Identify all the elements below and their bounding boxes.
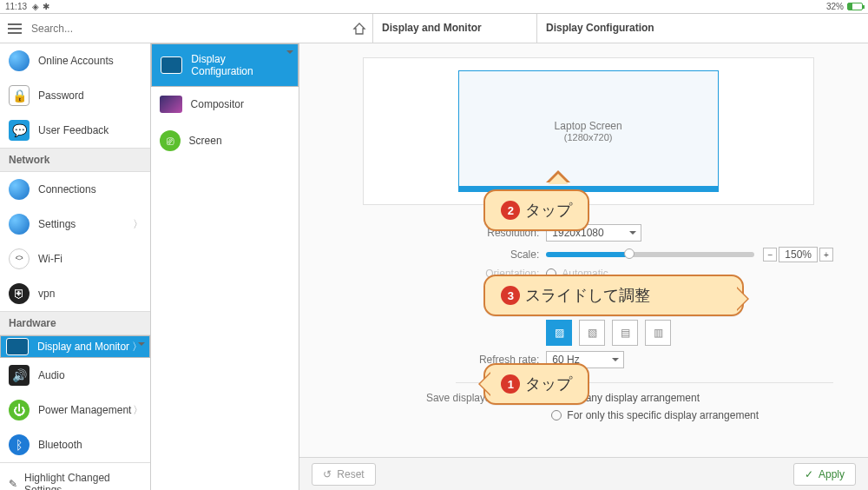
status-bar: 11:13 ◈ ✱ 32% bbox=[0, 0, 868, 14]
sidebar-item-label: vpn bbox=[38, 288, 55, 300]
sidebar-item-label: Bluetooth bbox=[38, 439, 82, 451]
subpanel-title: Display and Monitor bbox=[373, 14, 536, 43]
undo-icon: ↺ bbox=[323, 468, 332, 480]
callout-number: 1 bbox=[501, 374, 520, 394]
scale-minus-button[interactable]: − bbox=[763, 248, 777, 262]
sidebar-item-label: User Feedback bbox=[38, 124, 108, 136]
status-time: 11:13 bbox=[5, 2, 27, 11]
callout-1: 1 タップ bbox=[483, 363, 589, 405]
footer-buttons: ↺ Reset ✓ Apply bbox=[299, 457, 868, 490]
globe-icon bbox=[9, 179, 30, 200]
slider-knob[interactable] bbox=[624, 248, 635, 259]
orientation-270-button[interactable]: ▥ bbox=[645, 320, 671, 346]
callout-3: 3 スライドして調整 bbox=[483, 275, 744, 316]
orientation-180-button[interactable]: ▤ bbox=[612, 320, 638, 346]
subnav-screen[interactable]: ⎚ Screen bbox=[151, 122, 299, 160]
orientation-normal-button[interactable]: ▨ bbox=[546, 320, 572, 346]
callout-text: スライドして調整 bbox=[525, 285, 650, 306]
subnav-compositor[interactable]: Compositor bbox=[151, 87, 299, 122]
sidebar-item-connections[interactable]: Connections bbox=[0, 172, 150, 207]
globe-icon bbox=[9, 214, 30, 235]
compositor-icon bbox=[160, 96, 182, 113]
chevron-right-icon: 〉 bbox=[133, 403, 143, 418]
apply-button[interactable]: ✓ Apply bbox=[793, 463, 856, 486]
speaker-icon: 🔊 bbox=[9, 365, 30, 386]
display-preview-laptop[interactable]: Laptop Screen (1280x720) bbox=[458, 70, 719, 192]
bluetooth-icon: ✱ bbox=[43, 2, 49, 11]
sidebar-category-network: Network bbox=[0, 148, 150, 172]
callout-text: タップ bbox=[525, 200, 572, 221]
save-specific-radio[interactable] bbox=[551, 410, 562, 420]
header-row: Display and Monitor Display Configuratio… bbox=[0, 14, 868, 43]
wifi-icon: ◈ bbox=[32, 2, 39, 11]
scale-label: Scale: bbox=[473, 248, 546, 261]
display-preview-area: Laptop Screen (1280x720) bbox=[363, 57, 814, 205]
main-content: Laptop Screen (1280x720) Resolution: 192… bbox=[299, 43, 868, 490]
subnav-label: Screen bbox=[189, 135, 222, 147]
scale-plus-button[interactable]: + bbox=[819, 248, 833, 262]
sidebar-item-password[interactable]: 🔒 Password bbox=[0, 78, 150, 113]
globe-icon bbox=[9, 50, 30, 71]
save-specific-label: For only this specific display arrangeme… bbox=[567, 409, 759, 421]
reset-button[interactable]: ↺ Reset bbox=[312, 463, 375, 486]
sidebar-item-wifi[interactable]: ⌔ Wi-Fi bbox=[0, 242, 150, 276]
callout-2: 2 タップ bbox=[483, 189, 589, 231]
sidebar-item-label: Wi-Fi bbox=[38, 253, 62, 265]
sidebar-item-audio[interactable]: 🔊 Audio bbox=[0, 358, 150, 393]
subpanel: Display Configuration Compositor ⎚ Scree… bbox=[151, 43, 300, 490]
sidebar-item-bluetooth[interactable]: ᛒ Bluetooth bbox=[0, 427, 150, 462]
home-icon[interactable] bbox=[346, 16, 372, 42]
display-preview-name: Laptop Screen bbox=[555, 120, 622, 132]
callout-number: 2 bbox=[501, 201, 520, 220]
page-title: Display Configuration bbox=[537, 14, 868, 43]
subnav-label: Display Configuration bbox=[191, 53, 289, 77]
sidebar-category-hardware: Hardware bbox=[0, 311, 150, 335]
search-input[interactable] bbox=[30, 17, 346, 41]
lock-icon: 🔒 bbox=[9, 85, 30, 106]
chat-icon: 💬 bbox=[9, 120, 30, 141]
highlight-label: Highlight Changed Settings bbox=[24, 472, 141, 490]
sidebar-item-label: Settings bbox=[38, 218, 76, 230]
orientation-90-button[interactable]: ▧ bbox=[579, 320, 605, 346]
check-icon: ✓ bbox=[805, 468, 813, 480]
subnav-display-configuration[interactable]: Display Configuration bbox=[151, 43, 299, 87]
sidebar-item-label: Online Accounts bbox=[38, 55, 114, 67]
sidebar-item-label: Password bbox=[38, 89, 84, 102]
scale-slider[interactable] bbox=[546, 252, 754, 257]
battery-percent: 32% bbox=[826, 2, 844, 11]
display-preview-res: (1280x720) bbox=[564, 132, 613, 142]
subnav-label: Compositor bbox=[191, 98, 244, 110]
chevron-right-icon: 〉 bbox=[132, 340, 142, 354]
shield-icon: ⛨ bbox=[9, 283, 30, 304]
sidebar-item-label: Audio bbox=[38, 369, 65, 381]
sidebar-item-settings[interactable]: Settings 〉 bbox=[0, 207, 150, 242]
callout-number: 3 bbox=[501, 286, 520, 305]
callout-text: タップ bbox=[525, 374, 572, 394]
sidebar-item-display-and-monitor[interactable]: Display and Monitor 〉 bbox=[0, 335, 150, 358]
sidebar-item-vpn[interactable]: ⛨ vpn bbox=[0, 276, 150, 311]
sidebar-item-label: Display and Monitor bbox=[37, 341, 129, 353]
sidebar-item-online-accounts[interactable]: Online Accounts bbox=[0, 43, 150, 78]
pencil-icon: ✎ bbox=[9, 478, 17, 490]
sidebar-item-label: Power Management bbox=[38, 404, 131, 416]
screen-icon: ⎚ bbox=[160, 130, 181, 151]
chevron-right-icon: 〉 bbox=[133, 217, 143, 232]
power-icon: ⏻ bbox=[9, 400, 30, 420]
monitor-icon bbox=[161, 56, 183, 74]
sidebar-item-user-feedback[interactable]: 💬 User Feedback bbox=[0, 113, 150, 148]
sidebar-item-power-management[interactable]: ⏻ Power Management 〉 bbox=[0, 393, 150, 427]
monitor-icon bbox=[6, 338, 29, 355]
menu-icon[interactable] bbox=[0, 14, 30, 43]
bluetooth-icon: ᛒ bbox=[9, 434, 30, 455]
highlight-changed-settings[interactable]: ✎ Highlight Changed Settings bbox=[0, 462, 150, 490]
wifi-icon: ⌔ bbox=[9, 248, 30, 269]
sidebar: Online Accounts 🔒 Password 💬 User Feedba… bbox=[0, 43, 151, 490]
battery-icon bbox=[847, 3, 863, 10]
scale-value[interactable]: 150% bbox=[779, 247, 818, 262]
sidebar-item-label: Connections bbox=[38, 183, 96, 195]
